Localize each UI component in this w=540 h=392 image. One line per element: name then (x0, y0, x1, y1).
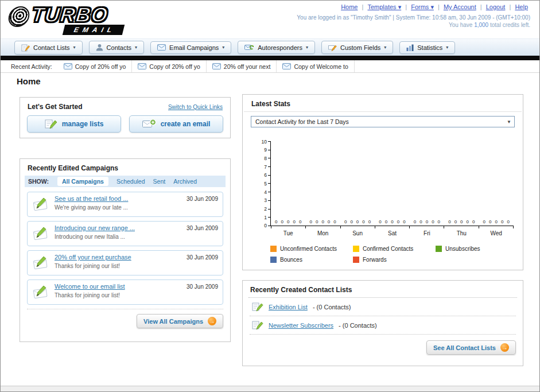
chart-value-label: 0 (448, 219, 450, 224)
contact-list-count: - (0 Contacts) (313, 304, 351, 311)
envelope-icon (64, 63, 72, 69)
chart-x-label: Fri (410, 228, 444, 236)
contact-list-link[interactable]: Exhibition List (269, 304, 308, 311)
legend-item-unsubscribes: Unsubscribes (436, 246, 504, 252)
get-started-panel: Let's Get Started Switch to Quick Links … (20, 97, 231, 138)
main-nav: Contact Lists▾Contacts▾Email Campaigns▾A… (1, 38, 539, 56)
campaign-title-link[interactable]: Welcome to our email list (55, 283, 125, 290)
app-logo: TURBO EMAIL (9, 3, 164, 36)
contact-lists-icon (21, 44, 30, 52)
chart-value-label: 0 (385, 219, 387, 224)
chart-value-label: 0 (391, 219, 393, 224)
tab-contact-lists[interactable]: Contact Lists▾ (14, 41, 83, 55)
envelope-pencil-icon (32, 226, 49, 240)
tab-email-campaigns[interactable]: Email Campaigns▾ (150, 41, 231, 54)
envelope-pencil-icon (32, 255, 49, 270)
chart-y-tick: 4 (257, 192, 270, 192)
header: TURBO EMAIL Home | Templates ▾ | Forms ▾… (1, 1, 539, 38)
campaign-title-link[interactable]: See us at the retail food ... (55, 195, 128, 202)
tab-custom-fields[interactable]: Custom Fields▾ (321, 41, 393, 54)
filter-all-campaigns[interactable]: All Campaigns (57, 177, 108, 186)
contact-list: Exhibition List- (0 Contacts)Newsletter … (243, 298, 523, 335)
recent-activity-item[interactable]: 20% off your next (207, 60, 277, 72)
view-all-campaigns-label: View All Campaigns (143, 318, 203, 325)
get-started-title: Let's Get Started (28, 103, 83, 111)
page-footer-strip (1, 386, 539, 392)
recent-activity-bar: Recent Activity: Copy of 20% off yoCopy … (1, 60, 539, 73)
top-link-my-account[interactable]: My Account (444, 3, 476, 10)
create-email-button[interactable]: create an email (129, 115, 223, 133)
chart-value-label: 0 (287, 219, 289, 224)
chevron-down-icon: ▾ (306, 45, 308, 50)
chart-value-label: 0 (350, 219, 352, 224)
list-pencil-icon (252, 302, 263, 312)
recent-activity-item-label: 20% off your next (224, 63, 271, 70)
campaign-title-link[interactable]: 20% off your next purchase (55, 254, 131, 261)
filter-scheduled[interactable]: Scheduled (116, 178, 145, 185)
top-link-logout[interactable]: Logout (486, 3, 506, 10)
top-link-templates[interactable]: Templates ▾ (367, 3, 401, 10)
campaign-item: Welcome to our email listThanks for join… (27, 280, 223, 305)
view-all-campaigns-button[interactable]: View All Campaigns → (137, 314, 223, 328)
tab-label: Statistics (417, 44, 442, 51)
chart-main: 00000000000000000000000000000000000 TueM… (270, 141, 514, 236)
campaign-item: Introducing our new range ...Introducing… (27, 221, 223, 246)
manage-lists-button[interactable]: manage lists (27, 115, 121, 133)
chart-x-label: Wed (479, 228, 514, 236)
tab-autoresponders[interactable]: Autoresponders▾ (238, 41, 315, 54)
envelope-icon (212, 63, 221, 69)
top-link-home[interactable]: Home (341, 3, 358, 10)
credits-info: You have 1,000 total credits left. (297, 22, 530, 28)
see-all-contact-lists-button[interactable]: See All Contact Lists → (426, 340, 516, 355)
recent-activity-item[interactable]: Copy of Welcome to (277, 60, 354, 72)
chart-x-label: Sun (340, 228, 375, 236)
chart-y-axis: 109876543210 (257, 141, 270, 226)
campaign-title-link[interactable]: Introducing our new range ... (55, 224, 135, 231)
campaign-filter-bar: SHOW: All CampaignsScheduledSentArchived (25, 176, 226, 187)
chart-bar-group: 00000 (305, 219, 340, 224)
page: TURBO EMAIL Home | Templates ▾ | Forms ▾… (0, 0, 540, 392)
top-link-help[interactable]: Help (515, 3, 528, 10)
tab-contacts[interactable]: Contacts▾ (89, 41, 144, 54)
statistics-icon (406, 44, 414, 51)
top-link-forms[interactable]: Forms ▾ (411, 3, 434, 10)
filter-archived[interactable]: Archived (173, 178, 197, 185)
recent-campaigns-header: Recently Edited Campaigns (20, 159, 230, 176)
show-label: SHOW: (28, 178, 49, 185)
chart-y-tick: 0 (257, 226, 270, 226)
stats-range-select[interactable]: Contact Activity for the Last 7 Days ▼ (251, 116, 515, 127)
contact-list-item: Exhibition List- (0 Contacts) (243, 298, 523, 316)
recent-contact-lists-header: Recently Created Contact Lists (248, 281, 517, 298)
list-pencil-icon (252, 320, 263, 330)
chevron-down-icon: ▾ (135, 45, 137, 50)
campaign-item: See us at the retail food ...We're givin… (27, 192, 223, 217)
page-title: Home (17, 76, 41, 86)
recent-activity-item-label: Copy of 20% off yo (75, 63, 126, 70)
chart-value-label: 0 (275, 219, 277, 224)
dotted-separator (250, 334, 516, 335)
recent-contact-lists-panel: Recently Created Contact Lists Exhibitio… (242, 280, 523, 366)
legend-swatch (353, 257, 359, 263)
chart-y-tick: 7 (257, 166, 270, 167)
filter-sent[interactable]: Sent (153, 178, 166, 185)
campaign-subtitle: Thanks for joining our list! (55, 292, 125, 298)
recent-activity-item-label: Copy of Welcome to (294, 63, 348, 70)
recent-activity-item[interactable]: Copy of 20% off yo (132, 60, 207, 72)
chevron-down-icon: ▼ (507, 119, 511, 125)
legend-item-unconfirmed-contacts: Unconfirmed Contacts (270, 246, 339, 252)
contact-list-link[interactable]: Newsletter Subscribers (269, 322, 333, 329)
chart-value-label: 0 (403, 219, 405, 224)
recent-activity-item[interactable]: Copy of 20% off yo (58, 60, 133, 72)
switch-to-quick-links-link[interactable]: Switch to Quick Links (168, 104, 223, 110)
tab-statistics[interactable]: Statistics▾ (399, 41, 455, 54)
campaign-date: 30 Jun 2009 (187, 254, 218, 261)
chart-value-label: 0 (344, 219, 347, 224)
recent-activity-item-label: Copy of 20% off yo (149, 63, 200, 70)
custom-fields-icon (328, 44, 337, 51)
chevron-down-icon: ▾ (222, 45, 224, 50)
manage-lists-icon (45, 119, 57, 129)
chevron-down-icon: ▾ (446, 45, 448, 50)
chart-bar-group: 00000 (444, 219, 479, 224)
chart-y-tick: 8 (257, 158, 270, 158)
campaign-subtitle: We're giving away our late ... (55, 204, 128, 211)
